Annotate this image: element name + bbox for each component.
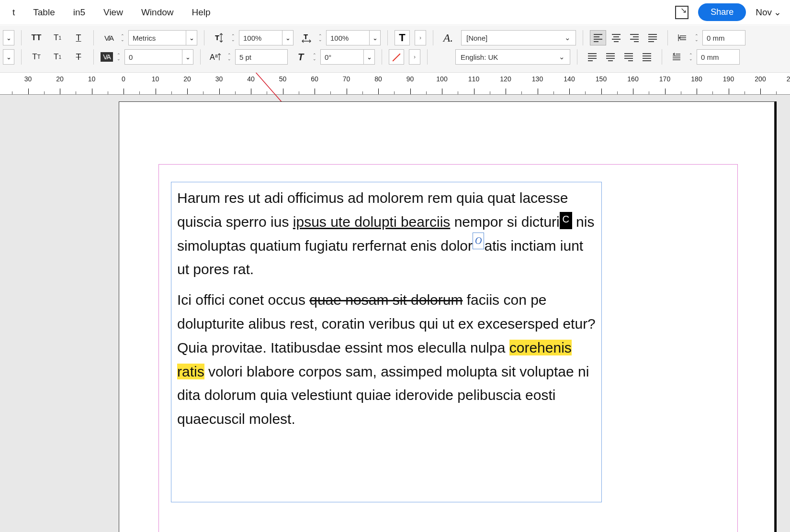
vscale-dropdown[interactable]: ⌄ — [282, 30, 293, 45]
text-fill-swatch[interactable]: T — [395, 30, 410, 45]
superscript-icon[interactable]: T1 — [49, 30, 66, 45]
paragraph-2: Ici offici conet occus quae nosam sit do… — [177, 288, 596, 431]
menu-item-partial[interactable]: t — [4, 3, 23, 22]
text-stroke-swatch[interactable] — [389, 49, 404, 65]
tracking-field[interactable]: 0 — [124, 49, 182, 65]
indent-left-field[interactable]: 0 mm — [702, 30, 745, 45]
tracking-icon: VA — [101, 52, 113, 62]
fill-expand[interactable]: › — [415, 30, 426, 45]
indent-firstline-field[interactable]: 0 mm — [697, 49, 740, 65]
ruler-tick-label: 180 — [691, 75, 702, 83]
ruler-tick-label: 50 — [279, 75, 287, 83]
anchored-object-marker: O — [473, 233, 484, 249]
indent-firstline-stepper[interactable]: ⌃⌄ — [687, 49, 695, 65]
canvas-area: 4030201001020304050607080901001101201301… — [0, 73, 790, 532]
language-select[interactable]: English: UK ⌄ — [455, 49, 570, 65]
share-button[interactable]: Share — [698, 3, 746, 21]
menu-item-in5[interactable]: in5 — [65, 3, 94, 22]
menu-item-table[interactable]: Table — [24, 3, 63, 22]
horizontal-scale-icon: T — [298, 30, 315, 45]
ruler-tick-label: 20 — [56, 75, 64, 83]
skew-stepper[interactable]: ⌃⌄ — [311, 49, 318, 65]
text-frame[interactable]: Harum res ut adi officimus ad molorem re… — [171, 182, 602, 502]
control-toolbar: ⌄ TT T1 T V/A ⌃⌄ Metrics ⌄ T ⌃⌄ 100% ⌄ — [0, 25, 790, 73]
align-justify-button[interactable] — [644, 30, 661, 45]
kerning-field[interactable]: Metrics — [128, 30, 186, 45]
baseline-stepper[interactable]: ⌃⌄ — [226, 49, 233, 65]
all-caps-icon[interactable]: TT — [28, 30, 45, 45]
divider — [93, 30, 94, 45]
underline-icon[interactable]: T — [70, 30, 87, 45]
justify-center-button[interactable] — [602, 49, 619, 65]
svg-text:T: T — [304, 33, 308, 41]
ruler-tick-label: 10 — [88, 75, 96, 83]
kerning-dropdown[interactable]: ⌄ — [186, 30, 197, 45]
menu-item-help[interactable]: Help — [183, 3, 219, 22]
font-style-dropdown-arrow[interactable]: ⌄ — [3, 49, 14, 65]
ruler-tick-label: 170 — [659, 75, 670, 83]
character-style-select[interactable]: [None] ⌄ — [461, 30, 576, 45]
vscale-group: T ⌃⌄ 100% ⌄ — [211, 30, 293, 45]
divider — [204, 30, 204, 45]
toolbar-row-2: ⌄ TT T1 T VA ⌃⌄ 0 ⌄ Aa ⌃⌄ 5 pt T ⌃⌄ 0° — [0, 49, 790, 65]
character-style-icon: A. — [440, 32, 456, 44]
divider — [583, 30, 583, 45]
align-left-button[interactable] — [590, 30, 606, 45]
kerning-stepper[interactable]: ⌃⌄ — [119, 30, 126, 45]
justify-left-button[interactable] — [584, 49, 600, 65]
align-center-button[interactable] — [608, 30, 624, 45]
screen-mode-icon[interactable] — [675, 6, 688, 19]
chevron-down-icon: ⌄ — [564, 33, 571, 42]
ruler-tick-label: 110 — [468, 75, 479, 83]
ruler-tick-label: 90 — [406, 75, 414, 83]
indent-left-stepper[interactable]: ⌃⌄ — [693, 30, 700, 45]
align-cluster-bottom — [584, 49, 655, 65]
tracking-group: VA ⌃⌄ 0 ⌄ — [101, 49, 193, 65]
ruler-tick-label: 130 — [532, 75, 543, 83]
ruler-tick-label: 0 — [122, 75, 125, 83]
paragraph-1: Harum res ut adi officimus ad molorem re… — [177, 186, 596, 281]
underlined-text: ipsus ute dolupti bearciis — [293, 214, 451, 230]
stroke-expand[interactable]: › — [409, 49, 420, 65]
chevron-down-icon: ⌄ — [559, 53, 565, 61]
ruler-tick-label: 80 — [374, 75, 382, 83]
ruler-tick-label: 190 — [723, 75, 734, 83]
menu-item-view[interactable]: View — [95, 3, 132, 22]
document-page[interactable]: Harum res ut adi officimus ad molorem re… — [119, 101, 775, 532]
align-right-button[interactable] — [626, 30, 643, 45]
language-value: English: UK — [461, 53, 498, 61]
menubar-left: t Table in5 View Window Help — [4, 3, 219, 22]
ruler-tick-label: 200 — [755, 75, 766, 83]
font-family-dropdown-arrow[interactable]: ⌄ — [3, 30, 14, 45]
tracking-dropdown[interactable]: ⌄ — [182, 49, 193, 65]
tracking-stepper[interactable]: ⌃⌄ — [115, 49, 123, 65]
kerning-icon: V/A — [101, 30, 117, 45]
superscript-marker: C — [560, 212, 572, 229]
vscale-field[interactable]: 100% — [239, 30, 282, 45]
user-dropdown[interactable]: Nov ⌄ — [756, 7, 781, 18]
vscale-stepper[interactable]: ⌃⌄ — [229, 30, 237, 45]
indent-firstline-icon — [669, 49, 685, 65]
skew-dropdown[interactable]: ⌄ — [363, 49, 375, 65]
hscale-dropdown[interactable]: ⌄ — [369, 30, 381, 45]
indent-firstline-group: ⌃⌄ 0 mm — [669, 49, 740, 65]
small-caps-icon[interactable]: TT — [28, 49, 45, 65]
menu-item-window[interactable]: Window — [133, 3, 182, 22]
justify-right-button[interactable] — [621, 49, 637, 65]
divider — [200, 49, 201, 65]
hscale-stepper[interactable]: ⌃⌄ — [316, 30, 324, 45]
align-cluster-top — [590, 30, 661, 45]
subscript-icon[interactable]: T1 — [49, 49, 66, 65]
horizontal-ruler[interactable]: 4030201001020304050607080901001101201301… — [0, 73, 790, 95]
kerning-group: V/A ⌃⌄ Metrics ⌄ — [101, 30, 197, 45]
strikethrough-text: quae nosam sit dolorum — [309, 292, 463, 308]
baseline-field[interactable]: 5 pt — [235, 49, 288, 65]
baseline-shift-icon: Aa — [207, 49, 224, 65]
justify-full-button[interactable] — [639, 49, 655, 65]
indent-left-icon — [675, 30, 691, 45]
strikethrough-icon[interactable]: T — [70, 49, 87, 65]
chevron-down-icon: ⌄ — [774, 7, 781, 18]
indent-left-group: ⌃⌄ 0 mm — [675, 30, 745, 45]
hscale-field[interactable]: 100% — [326, 30, 369, 45]
skew-field[interactable]: 0° — [320, 49, 363, 65]
